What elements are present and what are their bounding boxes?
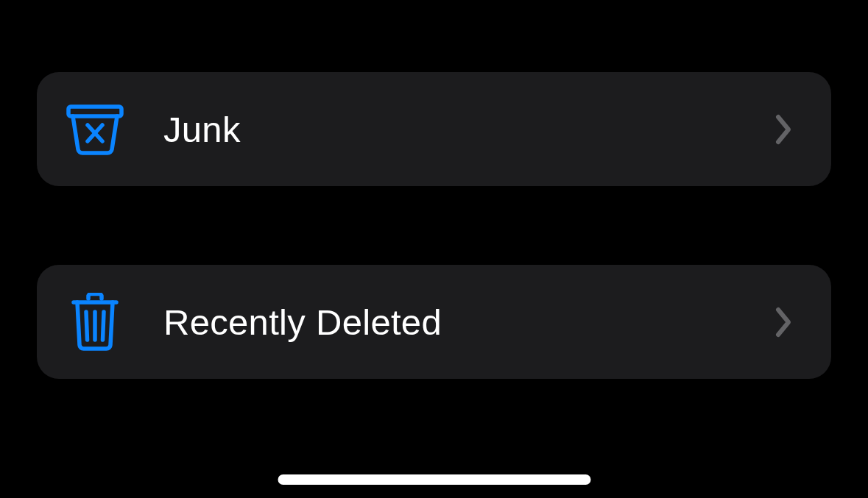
chevron-right-icon (774, 113, 794, 146)
mailbox-row-label: Recently Deleted (163, 302, 774, 343)
svg-line-4 (86, 312, 88, 340)
mailbox-row-junk[interactable]: Junk (37, 72, 831, 186)
svg-rect-0 (68, 107, 121, 116)
home-indicator[interactable] (278, 474, 590, 485)
chevron-right-icon (774, 305, 794, 339)
junk-basket-icon (65, 99, 125, 160)
trash-icon (65, 292, 125, 352)
svg-line-6 (103, 312, 105, 340)
mailbox-row-label: Junk (163, 109, 774, 150)
mailbox-row-recently-deleted[interactable]: Recently Deleted (37, 265, 831, 379)
